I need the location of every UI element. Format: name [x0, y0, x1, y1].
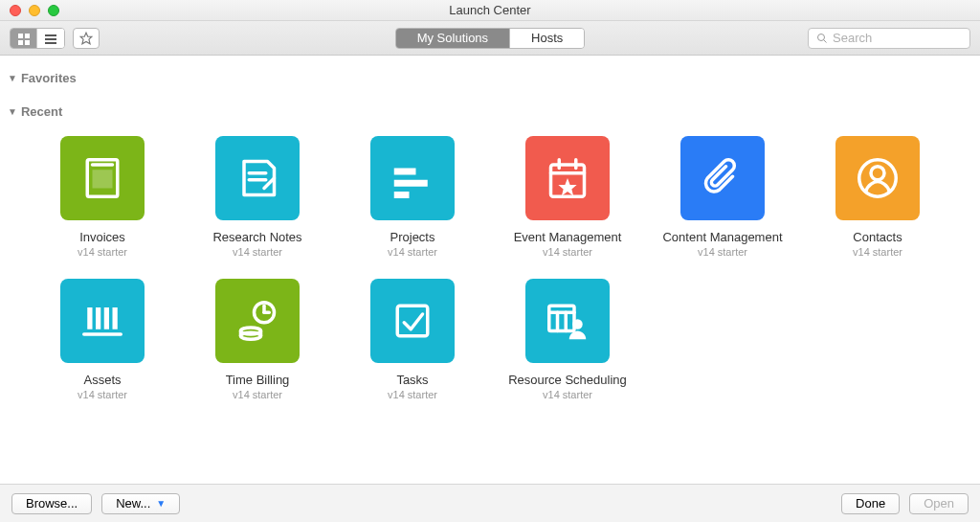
tile-label: Tasks [396, 373, 428, 387]
tile-sublabel: v14 starter [698, 246, 747, 258]
tile-label: Resource Scheduling [508, 373, 627, 387]
favorites-toggle-button[interactable] [73, 28, 100, 49]
tile-sublabel: v14 starter [78, 389, 127, 400]
tasks-icon [370, 279, 455, 363]
svg-rect-5 [45, 38, 56, 40]
svg-rect-26 [96, 307, 100, 329]
disclosure-triangle-icon: ▼ [8, 73, 17, 83]
tile-assets[interactable]: Assetsv14 starter [31, 279, 174, 400]
note-icon [215, 136, 300, 220]
window-title: Launch Center [0, 3, 980, 17]
svg-rect-25 [87, 307, 92, 329]
tile-contacts[interactable]: Contactsv14 starter [806, 136, 949, 258]
svg-rect-35 [397, 306, 428, 336]
grid-view-button[interactable] [11, 29, 37, 49]
svg-rect-16 [394, 180, 428, 187]
tile-sublabel: v14 starter [543, 246, 592, 258]
section-recent-label: Recent [21, 104, 62, 119]
view-mode-segment [10, 28, 65, 49]
tile-projects[interactable]: Projectsv14 starter [341, 136, 484, 258]
tile-invoices[interactable]: Invoicesv14 starter [31, 136, 174, 258]
event-icon [525, 136, 610, 220]
svg-rect-28 [113, 307, 118, 329]
new-button-label: New... [116, 496, 150, 511]
tab-hosts[interactable]: Hosts [510, 29, 584, 48]
svg-marker-7 [80, 33, 92, 44]
bottom-bar: Browse... New... ▼ Done Open [0, 484, 980, 522]
section-favorites-label: Favorites [21, 71, 77, 85]
tile-sublabel: v14 starter [78, 246, 127, 258]
time-icon [215, 279, 300, 363]
tile-research-notes[interactable]: Research Notesv14 starter [186, 136, 329, 258]
svg-rect-2 [18, 40, 23, 45]
tile-sublabel: v14 starter [853, 246, 902, 258]
tile-event-management[interactable]: Event Managementv14 starter [496, 136, 639, 258]
tile-sublabel: v14 starter [543, 389, 592, 400]
tile-label: Assets [83, 373, 121, 387]
tile-time-billing[interactable]: Time Billingv14 starter [186, 279, 329, 400]
projects-icon [370, 136, 455, 220]
tile-label: Research Notes [212, 230, 301, 244]
disclosure-triangle-icon: ▼ [8, 106, 17, 117]
svg-point-24 [871, 167, 884, 180]
contact-icon [835, 136, 920, 220]
svg-rect-27 [104, 307, 109, 329]
list-icon [45, 34, 56, 45]
section-favorites[interactable]: ▼ Favorites [8, 67, 972, 91]
tile-content-management[interactable]: Content Managementv14 starter [651, 136, 794, 258]
done-button[interactable]: Done [841, 493, 900, 514]
new-button[interactable]: New... ▼ [101, 493, 180, 514]
svg-rect-0 [18, 34, 23, 38]
list-view-button[interactable] [37, 29, 64, 49]
tile-label: Invoices [79, 230, 125, 244]
svg-rect-15 [394, 169, 416, 175]
invoice-icon [60, 136, 145, 220]
tile-label: Content Management [662, 230, 782, 244]
browse-button[interactable]: Browse... [11, 493, 92, 514]
svg-line-9 [824, 39, 827, 42]
tile-label: Contacts [853, 230, 902, 244]
svg-rect-11 [93, 170, 113, 188]
assets-icon [60, 279, 145, 363]
resource-icon [525, 279, 610, 363]
svg-rect-1 [25, 34, 30, 38]
search-input[interactable] [833, 31, 962, 45]
svg-rect-36 [549, 306, 574, 330]
tile-grid: Invoicesv14 starterResearch Notesv14 sta… [8, 125, 972, 420]
tile-label: Projects [390, 230, 435, 244]
section-recent[interactable]: ▼ Recent [8, 101, 972, 125]
tile-sublabel: v14 starter [388, 246, 437, 258]
tile-sublabel: v14 starter [233, 246, 282, 258]
titlebar: Launch Center [0, 0, 980, 21]
svg-rect-4 [45, 34, 56, 36]
search-icon [816, 33, 828, 44]
tile-resource-scheduling[interactable]: Resource Schedulingv14 starter [496, 279, 639, 400]
svg-rect-17 [394, 192, 410, 198]
svg-point-8 [818, 34, 825, 40]
chevron-down-icon: ▼ [156, 498, 166, 509]
content-area: ▼ Favorites ▼ Recent Invoicesv14 starter… [0, 56, 980, 484]
tile-sublabel: v14 starter [388, 389, 437, 400]
tile-sublabel: v14 starter [233, 389, 282, 400]
star-icon [79, 32, 93, 45]
tile-tasks[interactable]: Tasksv14 starter [341, 279, 484, 400]
clip-icon [680, 136, 765, 220]
svg-rect-3 [25, 40, 30, 45]
svg-rect-6 [45, 42, 56, 44]
tab-my-solutions[interactable]: My Solutions [396, 29, 510, 48]
tile-label: Event Management [514, 230, 622, 244]
toolbar: My Solutions Hosts [0, 21, 980, 56]
svg-point-40 [572, 319, 583, 329]
search-field[interactable] [808, 28, 970, 49]
tile-label: Time Billing [226, 373, 290, 387]
scope-tabs: My Solutions Hosts [395, 28, 586, 49]
grid-icon [18, 34, 30, 45]
open-button[interactable]: Open [909, 493, 969, 514]
svg-marker-22 [558, 178, 576, 195]
